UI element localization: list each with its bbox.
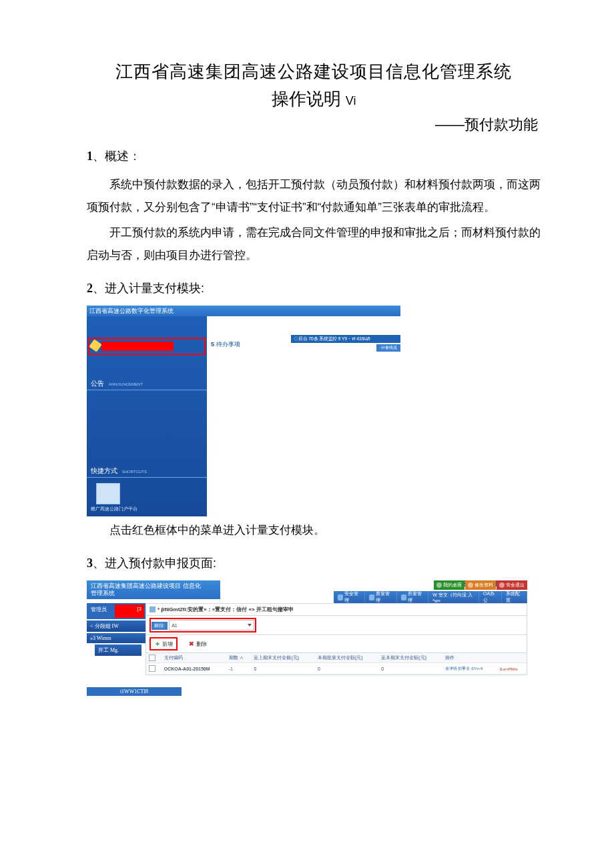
- th-extra: [497, 653, 527, 663]
- add-button-redframe: ＋ 新增: [149, 637, 178, 650]
- sec3-colon: :: [213, 556, 216, 570]
- bid-section-select[interactable]: A1: [169, 620, 254, 630]
- portal-label: 赣广高速公路门户平台: [91, 506, 207, 512]
- tab-wdoc[interactable]: W 室文（符向没 入*w»: [428, 591, 479, 603]
- table-row[interactable]: OCKOA-A01-20150M -1 0 0 0 者详情·切事业-DYn-ft…: [146, 663, 527, 675]
- tab-measure[interactable]: 所量管理: [397, 591, 428, 603]
- sec1-colon: ：: [129, 149, 141, 163]
- doc-title-line2: 操作说明 Vi: [87, 87, 541, 111]
- tab-measure-label: 所量管理: [408, 590, 424, 604]
- btn-profile[interactable]: 修改资料: [465, 580, 496, 590]
- title2-main: 操作说明: [272, 89, 341, 109]
- tab-quality-label: 质量管理: [376, 590, 392, 604]
- plus-icon: ＋: [154, 641, 160, 647]
- sidebar-item-wimm[interactable]: »3 Wimm: [87, 633, 145, 643]
- filter-row: 标段: A1: [146, 616, 527, 635]
- logo-line2: 管理系统: [91, 590, 216, 597]
- shot2-logo: 江西省高速集团高速公路建设项目 信息化 管理系统: [87, 580, 220, 599]
- todo-label: 待办事项: [214, 341, 240, 348]
- tab-sys[interactable]: 系统配置: [502, 591, 527, 603]
- tab-sys-label: 系统配置: [506, 590, 523, 604]
- top-right-buttons: 我的桌面 修改资料 安全退出: [434, 580, 527, 590]
- logout-icon: [499, 582, 505, 588]
- sec2-colon: :: [201, 282, 204, 295]
- sidebar-item-kg[interactable]: 开工 Mg.: [95, 644, 141, 656]
- admin-suffix: [3: [137, 606, 141, 612]
- th-period[interactable]: 期数 ∧: [226, 653, 252, 663]
- rpanel-tag[interactable]: -计量情况: [376, 344, 400, 352]
- shot2-content: * βfilGmt2fi:安的置»：«置支付：信付 «> 开工租句撤审申 标段:…: [145, 603, 527, 675]
- tab-quality[interactable]: 质量管理: [365, 591, 396, 603]
- th-sum: 至本期末支付金額(元): [378, 653, 442, 663]
- section-3-heading: 3、进入预付款申报页面:: [87, 555, 541, 571]
- btn-desktop[interactable]: 我的桌面: [434, 580, 465, 590]
- portal-icon[interactable]: [96, 483, 120, 504]
- sec3-text: 、进入预付款申报页面: [93, 556, 213, 570]
- select-value: A1: [172, 623, 178, 628]
- bid-section-label: 标段:: [151, 622, 168, 630]
- doc-subtitle: ——预付款功能: [87, 115, 541, 135]
- table-header-row: 支付编码 期数 ∧ 至上期末支付金额(元) 本期批量支付金額(元) 至本期末支付…: [146, 653, 527, 663]
- cell-ops-right[interactable]: I1w∝PMm: [497, 663, 527, 675]
- sidebar-fendl-label: < 分段组 IW: [90, 623, 119, 629]
- shot2-sidebar: 管理员 [3 < 分段组 IW »3 Wimm 开工 Mg.: [87, 603, 145, 675]
- sidebar-wimm-label: »3 Wimm: [90, 635, 111, 641]
- sec3-num: 3: [87, 556, 93, 570]
- sec2-num: 2: [87, 282, 93, 295]
- doc-title-line1: 江西省高速集团高速公路建设项目信息化管理系统: [87, 60, 541, 83]
- chevron-down-icon: [248, 624, 252, 626]
- x-icon: ✖: [188, 641, 194, 647]
- delete-label: 删除: [196, 640, 207, 648]
- cell-sum: 0: [378, 663, 442, 675]
- section-2-heading: 2、进入计量支付模块:: [87, 280, 541, 296]
- sec1-text: 、概述: [93, 149, 129, 163]
- tab-safety[interactable]: 安全管理: [334, 591, 365, 603]
- safety-icon: [338, 594, 343, 600]
- shot1-system-title: 江西省高速公路数字化管理系统: [87, 306, 400, 316]
- cell-prev: 0: [251, 663, 314, 675]
- profile-icon: [468, 582, 473, 588]
- shot1-red-fill: [101, 342, 174, 351]
- kjfs-label: 快捷方式: [91, 467, 117, 474]
- btn-logout[interactable]: 安全退出: [497, 580, 527, 590]
- crumb-text: * βfilGmt2fi:安的置»：«置支付：信付 «> 开工租句撤审申: [158, 606, 294, 613]
- row-checkbox[interactable]: [149, 665, 156, 672]
- home-icon[interactable]: [149, 606, 156, 612]
- quality-icon: [369, 594, 374, 600]
- footer-blue-bar: t1WW1CTI8: [87, 687, 182, 696]
- tab-safety-label: 安全管理: [344, 590, 361, 604]
- sidebar-announcement[interactable]: 公告 ANNOUNCEMENT: [87, 376, 207, 390]
- btn-logout-label: 安全退出: [506, 582, 525, 588]
- sidebar-admin[interactable]: 管理员 [3: [87, 603, 145, 619]
- sidebar-item-section[interactable]: < 分段组 IW: [87, 620, 145, 632]
- screenshot-1: 江西省高速公路数字化管理系统 公告 ANNOUNCEMENT 快捷方式 SHOR…: [87, 306, 400, 516]
- tab-wdoc-label: W 室文（符向没 入*w»: [432, 592, 475, 603]
- payment-table: 支付编码 期数 ∧ 至上期末支付金额(元) 本期批量支付金額(元) 至本期末支付…: [146, 653, 527, 675]
- th-ops: 操作: [442, 653, 497, 663]
- add-button[interactable]: 新增: [162, 640, 173, 648]
- delete-button[interactable]: ✖ 删除: [188, 640, 207, 648]
- filter-redframe: 标段: A1: [149, 618, 256, 632]
- kjfs-en: SHORTCUTS: [122, 470, 147, 474]
- shot1-sidebar: 公告 ANNOUNCEMENT 快捷方式 SHORTCUTS 赣广高速公路门户平…: [87, 316, 207, 516]
- cell-curr: 0: [315, 663, 378, 675]
- breadcrumb: * βfilGmt2fi:安的置»：«置支付：信付 «> 开工租句撤审申: [146, 604, 527, 616]
- btn-profile-label: 修改资料: [475, 582, 493, 588]
- screenshot-2: 江西省高速集团高速公路建设项目 信息化 管理系统 2OU%G3AP4 ∫| 我的…: [87, 580, 527, 675]
- sec1-para1: 系统中预付款数据的录入，包括开工预付款（动员预付款）和材料预付款两项，而这两项预…: [87, 173, 541, 219]
- sidebar-kg-label: 开工 Mg.: [98, 647, 119, 653]
- logo-line1: 江西省高速集团高速公路建设项目 信息化: [91, 582, 216, 590]
- cell-ops-left[interactable]: 者详情·切事业-DYn-ft: [442, 663, 497, 675]
- cell-period: -1: [226, 663, 252, 675]
- sec1-num: 1: [87, 149, 93, 163]
- checkbox-all[interactable]: [149, 655, 156, 661]
- shot1-right-panel: ◇后台 70条 系统监控 fi Y9 ∙∙ τ∕r 41tt¼ft -计量情况: [291, 335, 400, 352]
- sec2-text: 、进入计量支付模块: [93, 282, 201, 295]
- section-1-heading: 1、概述：: [87, 148, 541, 164]
- sidebar-shortcuts[interactable]: 快捷方式 SHORTCUTS: [87, 464, 207, 478]
- sec1-para2: 开工预付款的系统内申请，需在完成合同文件管理的申报和审批之后；而材料预付款的启动…: [87, 222, 541, 267]
- desktop-icon: [436, 582, 442, 588]
- cell-code: OCKOA-A01-20150M: [162, 663, 226, 675]
- tab-oa[interactable]: OA办公: [479, 591, 502, 603]
- th-checkbox: [146, 653, 162, 663]
